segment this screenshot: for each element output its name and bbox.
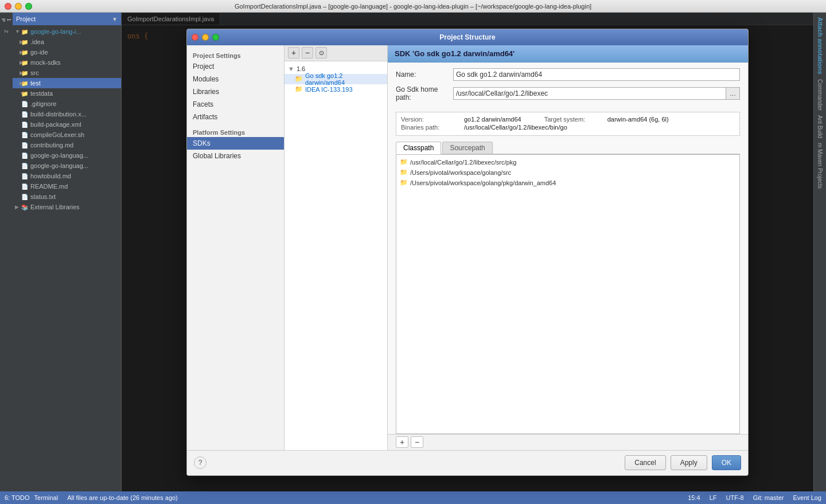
sdk-tabs: Classpath Sourcepath (396, 142, 740, 154)
ok-button[interactable]: OK (712, 455, 741, 470)
info-grid: Version: go1.2 darwin/amd64 Target syste… (396, 112, 740, 136)
name-row: Name: (396, 68, 740, 81)
terminal-tab[interactable]: Terminal (34, 494, 59, 501)
tree-item-testdata[interactable]: ▼ 📁 testdata (13, 88, 121, 99)
version-label: Version: (401, 116, 464, 123)
sdk-remove-btn[interactable]: − (302, 47, 313, 58)
status-right: 15:4 LF UTF-8 Git: master Event Log (688, 494, 821, 501)
path-item-1[interactable]: 📁 /Users/pivotal/workspace/golang/src (399, 167, 737, 178)
status-bar: 6: TODO Terminal All files are up-to-dat… (0, 491, 826, 504)
commander-label[interactable]: Commander (817, 77, 823, 113)
nav-artifacts[interactable]: Artifacts (187, 111, 284, 123)
tree-item-google2[interactable]: 📄 google-go-languag... (13, 161, 121, 171)
sdk-add-btn[interactable]: + (288, 47, 299, 58)
minimize-button[interactable] (15, 3, 22, 10)
panel-title: Project (16, 15, 36, 22)
tab-sourcepath[interactable]: Sourcepath (442, 142, 492, 154)
tree-item-compilego[interactable]: 📄 compileGoLexer.sh (13, 130, 121, 140)
event-log-label[interactable]: Event Log (793, 494, 821, 501)
tree-item-test[interactable]: ▶ 📁 test (13, 78, 121, 88)
nav-libraries[interactable]: Libraries (187, 85, 284, 98)
status-left-text: All files are up-to-date (26 minutes ago… (67, 494, 178, 501)
sdk-list-items: ▼ 1.6 📁 Go sdk go1.2 darwin/amd64 📁 IDEA… (285, 61, 387, 450)
todo-tab[interactable]: 6: TODO (5, 494, 30, 501)
status-encoding: UTF-8 (726, 494, 743, 501)
dialog-body: Project Settings Project Modules Librari… (187, 45, 748, 450)
dialog-minimize-btn[interactable] (202, 34, 209, 41)
cancel-button[interactable]: Cancel (625, 455, 665, 470)
sdk-form: Name: Go Sdk home path: ... (388, 62, 748, 112)
apply-button[interactable]: Apply (671, 455, 707, 470)
sdk-item-go[interactable]: 📁 Go sdk go1.2 darwin/amd64 (285, 74, 387, 84)
ide-container: 1P Z ★ Project ▼ ▼ 📁 google-go-lang-i...… (0, 13, 826, 504)
sdk-list-toolbar: + − ⊙ (285, 45, 387, 61)
tree-item-contributing[interactable]: 📄 contributing.md (13, 140, 121, 150)
project-tree: ▼ 📁 google-go-lang-i... ▶ 📁 .idea ▶ 📁 go… (13, 25, 121, 504)
tab-classpath[interactable]: Classpath (396, 142, 441, 154)
dialog-nav: Project Settings Project Modules Librari… (187, 45, 285, 450)
tree-item-howtobuild[interactable]: 📄 howtobuild.md (13, 171, 121, 181)
tree-item-goide[interactable]: ▶ 📁 go-ide (13, 47, 121, 57)
tree-item-google1[interactable]: 📄 google-go-languag... (13, 150, 121, 161)
title-bar: GoImportDeclarationsImpl.java – [google-… (0, 0, 826, 13)
path-item-2[interactable]: 📁 /Users/pivotal/workspace/golang/pkg/da… (399, 178, 737, 188)
tree-item-external[interactable]: ▶ 📚 External Libraries (13, 202, 121, 212)
modal-overlay: Project Structure Project Settings Proje… (122, 13, 813, 491)
right-sidebar: Attach annotations Commander Ant Build m… (813, 13, 826, 504)
dialog-maximize-btn[interactable] (212, 34, 219, 41)
activity-bar: 1P Z ★ (0, 13, 13, 504)
tree-item-src[interactable]: ▶ 📁 src (13, 68, 121, 78)
path-item-0[interactable]: 📁 /usr/local/Cellar/go/1.2/libexec/src/p… (399, 157, 737, 167)
nav-sdks[interactable]: SDKs (187, 137, 284, 150)
ant-build-label[interactable]: Ant Build (817, 113, 823, 140)
paths-toolbar: + − (388, 434, 748, 450)
target-label: Target system: (544, 116, 607, 123)
tree-root[interactable]: ▼ 📁 google-go-lang-i... (13, 26, 121, 37)
sdk-detail-panel: SDK 'Go sdk go1.2 darwin/amd64' Name: Go… (388, 45, 748, 450)
dialog-footer: ? Cancel Apply OK (187, 450, 748, 475)
window-controls[interactable] (0, 3, 32, 10)
nav-project[interactable]: Project (187, 60, 284, 73)
status-tabs: 6: TODO Terminal (5, 494, 58, 501)
browse-btn[interactable]: ... (726, 87, 740, 100)
nav-facets[interactable]: Facets (187, 98, 284, 111)
project-panel: Project ▼ ▼ 📁 google-go-lang-i... ▶ 📁 .i… (13, 13, 122, 504)
tree-item-idea[interactable]: ▶ 📁 .idea (13, 37, 121, 47)
sdk-title-bar: SDK 'Go sdk go1.2 darwin/amd64' (388, 45, 748, 62)
tree-item-build-dist[interactable]: 📄 build-distribution.x... (13, 109, 121, 119)
panel-header: Project ▼ (13, 13, 121, 25)
tree-item-status[interactable]: 📄 status.txt (13, 192, 121, 202)
help-button[interactable]: ? (194, 456, 206, 469)
close-button[interactable] (5, 3, 11, 10)
paths-remove-btn[interactable]: − (411, 436, 423, 448)
activity-project[interactable]: 1P (1, 15, 11, 25)
sdk-detail-title: SDK 'Go sdk go1.2 darwin/amd64' (395, 49, 515, 58)
project-settings-heading: Project Settings (187, 50, 284, 60)
paths-add-btn[interactable]: + (396, 436, 408, 448)
binaries-row: Binaries path: /usr/local/Cellar/go/1.2/… (401, 124, 735, 131)
activity-structure[interactable]: Z (1, 26, 11, 37)
path-label: Go Sdk home path: (396, 85, 453, 101)
dialog-close-btn[interactable] (192, 34, 198, 41)
window-title: GoImportDeclarationsImpl.java – [google-… (235, 3, 591, 10)
platform-settings-heading: Platform Settings (187, 127, 284, 137)
attach-annotations-label[interactable]: Attach annotations (817, 15, 824, 77)
maven-projects-label[interactable]: m Maven Projects (817, 140, 823, 191)
tree-item-build-pkg[interactable]: 📄 build-package.xml (13, 119, 121, 130)
name-input[interactable] (453, 68, 740, 81)
name-label: Name: (396, 71, 453, 79)
editor-area: GoImportDeclarationsImpl.java ons { Proj… (122, 13, 813, 504)
tree-item-gitignore[interactable]: 📄 .gitignore (13, 99, 121, 109)
tree-item-readme[interactable]: 📄 README.md (13, 181, 121, 192)
nav-global-libraries[interactable]: Global Libraries (187, 150, 284, 162)
binaries-label: Binaries path: (401, 124, 464, 131)
folder-icon-0: 📁 (400, 158, 408, 166)
path-input[interactable] (453, 87, 726, 100)
tree-item-mocksdks[interactable]: ▶ 📁 mock-sdks (13, 57, 121, 68)
nav-modules[interactable]: Modules (187, 73, 284, 85)
sdk-copy-btn[interactable]: ⊙ (315, 47, 327, 58)
dialog-window-controls[interactable] (192, 34, 219, 41)
maximize-button[interactable] (25, 3, 32, 10)
status-position: 15:4 (688, 494, 700, 501)
binaries-value: /usr/local/Cellar/go/1.2/libexec/bin/go (464, 124, 567, 131)
